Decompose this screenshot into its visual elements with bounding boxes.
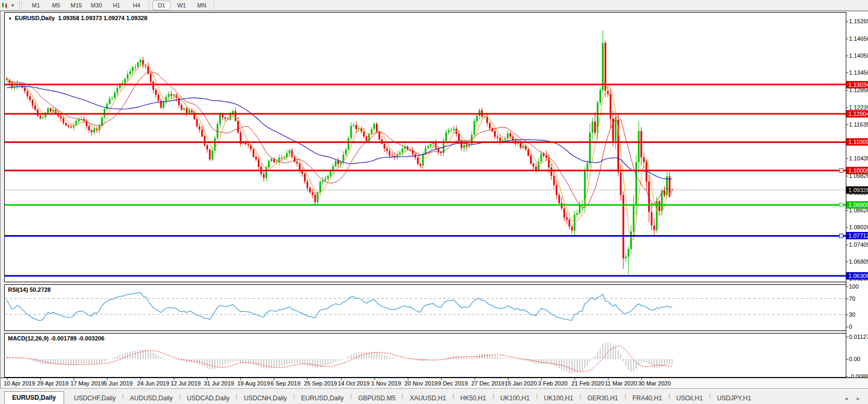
price-label-1.08800: 1.08800 <box>846 201 868 209</box>
ma-fast-line[interactable] <box>7 64 672 240</box>
chart-ohlc: 1.09358 1.09373 1.09274 1.09328 <box>55 15 147 21</box>
timeframe-button-h1[interactable]: H1 <box>108 1 126 10</box>
price-tick-label: 1.13450 <box>849 69 868 76</box>
date-label: 10 Apr 2019 <box>4 380 35 387</box>
tab-scroll-arrows: ◄ ► <box>844 396 868 404</box>
date-label: 20 Nov 2019 <box>405 380 437 387</box>
date-label: 3 Feb 2020 <box>538 380 568 387</box>
current-price-label: 1.09328 <box>846 186 868 194</box>
macd-tick-mark <box>846 376 848 377</box>
price-tick-label: 1.10435 <box>849 155 868 161</box>
tab-usdcnh-daily[interactable]: USDCNH,Daily <box>237 392 293 404</box>
candlestick-glyph <box>1 2 10 9</box>
date-label: 5 Jun 2019 <box>104 380 132 387</box>
date-label: 27 Dec 2019 <box>471 380 504 387</box>
price-tick-mark <box>846 176 848 176</box>
price-tick-mark <box>846 245 848 245</box>
date-label: 21 Feb 2020 <box>571 380 604 387</box>
date-label: 12 Jul 2019 <box>171 380 201 387</box>
hline-handle-1.10008[interactable] <box>839 169 843 173</box>
chart-type-icon[interactable] <box>1 2 10 9</box>
chart-window: ▼EURUSD,Daily 1.09358 1.09373 1.09274 1.… <box>0 11 868 388</box>
price-tick-mark <box>846 56 848 56</box>
date-label: 29 Apr 2019 <box>37 380 68 387</box>
time-axis[interactable]: 10 Apr 201929 Apr 201917 May 20195 Jun 2… <box>1 378 868 389</box>
tab-uk100-h1[interactable]: UK100,H1 <box>538 392 579 404</box>
hline-handle-1.08800[interactable] <box>839 203 843 207</box>
rsi-scale-70: 70 <box>849 295 855 302</box>
macd-title: MACD(12,26,9) -0.001789 -0.003206 <box>8 335 104 342</box>
tab-uk100-h1[interactable]: UK100,H1 <box>494 392 536 404</box>
price-label-1.11009: 1.11009 <box>846 138 868 146</box>
price-tick-mark <box>846 90 848 91</box>
tab-hk50-h1[interactable]: HK50,H1 <box>454 392 493 404</box>
date-label: 11 Mar 2020 <box>605 380 637 387</box>
price-canvas[interactable] <box>5 13 846 282</box>
hline-handle-1.07712[interactable] <box>839 234 843 238</box>
macd-values: -0.001789 -0.003206 <box>50 335 104 342</box>
candles <box>6 30 673 274</box>
ma-mid-line[interactable] <box>7 72 672 208</box>
timeframe-button-d1[interactable]: D1 <box>153 1 171 10</box>
macd-tick-mark <box>846 359 848 360</box>
tab-ger30-h1[interactable]: GER30,H1 <box>581 392 624 404</box>
tab-fra40-h1[interactable]: FRA40,H1 <box>626 392 668 404</box>
tab-usdchf-daily[interactable]: USDCHF,Daily <box>68 392 122 404</box>
timeframe-button-m5[interactable]: M5 <box>47 1 65 10</box>
price-tick-mark <box>846 227 848 228</box>
tab-eurusd-daily[interactable]: EURUSD,Daily <box>4 391 64 404</box>
timeframe-button-mn[interactable]: MN <box>193 1 211 10</box>
timeframe-button-m30[interactable]: M30 <box>87 1 105 10</box>
toolbar-grip[interactable] <box>19 2 22 9</box>
date-label: 17 May 2019 <box>70 380 104 387</box>
macd-panel[interactable]: MACD(12,26,9) -0.001789 -0.003206 <box>4 333 846 378</box>
price-tick-label: 1.15265 <box>849 18 868 24</box>
rsi-scale-30: 30 <box>849 311 855 318</box>
tabs-scroll-left-icon[interactable]: ◄ <box>844 396 848 401</box>
chart-type-dropdown-caret-icon[interactable]: ▼ <box>11 3 15 8</box>
macd-canvas[interactable] <box>5 334 846 377</box>
price-label-1.12004: 1.12004 <box>846 110 868 118</box>
macd-histogram <box>7 342 672 373</box>
price-tick-mark <box>846 107 848 108</box>
price-tick-mark <box>846 262 848 262</box>
tab-eurusd-daily[interactable]: EURUSD,Daily <box>295 392 351 404</box>
timeframe-button-w1[interactable]: W1 <box>173 1 191 10</box>
price-tick-label: 1.08020 <box>849 224 868 230</box>
price-label-1.13034: 1.13034 <box>846 81 868 88</box>
tab-audusd-daily[interactable]: AUDUSD,Daily <box>123 392 179 404</box>
chart-symbol: EURUSD,Daily <box>15 15 55 21</box>
symbol-caret-icon[interactable]: ▼ <box>8 16 12 21</box>
tabs-scroll-right-icon[interactable]: ► <box>856 396 861 401</box>
rsi-scale-100: 100 <box>849 283 858 290</box>
date-label: 24 Jun 2019 <box>137 380 169 387</box>
price-tick-mark <box>846 158 848 159</box>
date-label: 14 Oct 2019 <box>338 380 370 387</box>
tab-xauusd-h1[interactable]: XAUUSD,H1 <box>404 392 453 404</box>
main-chart-panel[interactable]: ▼EURUSD,Daily 1.09358 1.09373 1.09274 1.… <box>4 12 846 282</box>
price-tick-label: 1.11635 <box>849 121 868 128</box>
rsi-tick-mark <box>846 286 848 287</box>
timeframe-button-h4[interactable]: H4 <box>128 1 146 10</box>
rsi-canvas[interactable] <box>5 285 846 330</box>
chart-title: ▼EURUSD,Daily 1.09358 1.09373 1.09274 1.… <box>8 15 147 21</box>
timeframe-button-m15[interactable]: M15 <box>67 1 85 10</box>
rsi-title: RSI(14) 50.2728 <box>8 286 51 293</box>
rsi-tick-mark <box>846 299 848 299</box>
tab-usdcad-daily[interactable]: USDCAD,Daily <box>181 392 236 404</box>
price-tick-mark <box>846 21 848 22</box>
price-label-1.07712: 1.07712 <box>846 232 868 239</box>
tab-gbpusd-m5[interactable]: GBPUSD,M5 <box>352 392 402 404</box>
rsi-panel[interactable]: RSI(14) 50.2728 <box>4 284 846 331</box>
price-axis[interactable]: 1.152651.146501.140501.134501.128501.122… <box>846 12 868 378</box>
tab-usoil-h1[interactable]: USOil,H1 <box>670 392 709 404</box>
date-label: 9 Dec 2019 <box>438 380 468 387</box>
tab-usdjpy-h1[interactable]: USDJPY,H1 <box>711 392 757 404</box>
macd-label: MACD(12,26,9) <box>8 335 49 342</box>
rsi-label: RSI(14) <box>8 286 28 293</box>
timeframe-button-m1[interactable]: M1 <box>27 1 45 10</box>
date-label: 6 Sep 2019 <box>271 380 300 387</box>
price-label-1.06306: 1.06306 <box>846 272 868 280</box>
ma-slow-line[interactable] <box>7 86 672 179</box>
price-tick-mark <box>846 39 848 39</box>
